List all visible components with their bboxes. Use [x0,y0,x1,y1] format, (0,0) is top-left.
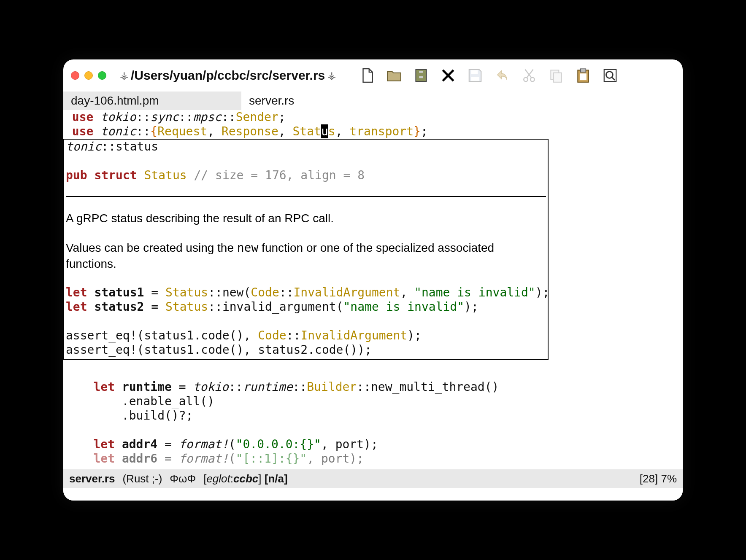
doc-blank-1 [66,154,546,168]
code-line-1: use tokio::sync::mpsc::Sender; [65,110,683,124]
minimize-window-button[interactable] [84,71,93,80]
dired-icon[interactable] [413,67,430,84]
titlebar: ⚶ /Users/yuan/p/ccbc/src/server.rs ⚶ [63,59,683,92]
window-title: ⚶ /Users/yuan/p/ccbc/src/server.rs ⚶ [120,68,336,83]
doc-example-2: let status2 = Status::invalid_argument("… [66,300,546,314]
svg-rect-10 [581,69,586,72]
svg-rect-1 [419,71,424,73]
doc-decl: pub struct Status // size = 176, align =… [66,168,546,183]
tab-server-rs[interactable]: server.rs [241,92,302,110]
doc-paragraph-1: A gRPC status describing the result of a… [66,210,546,226]
close-icon[interactable] [440,67,457,84]
code-line-2: use tonic::{Request, Response, Status, t… [65,124,683,139]
copy-icon[interactable] [548,67,565,84]
paste-icon[interactable] [575,67,592,84]
tab-bar: day-106.html.pm server.rs [63,92,683,110]
code-after-popup: let runtime = tokio::runtime::Builder::n… [65,380,683,466]
code-buffer[interactable]: use tokio::sync::mpsc::Sender; use tonic… [63,110,683,469]
new-file-icon[interactable] [359,67,376,84]
svg-point-5 [524,78,528,82]
modeline-buffer-name: server.rs [69,472,115,485]
svg-point-6 [530,78,535,82]
minibuffer[interactable] [63,488,683,501]
cut-icon[interactable] [521,67,538,84]
traffic-lights [71,71,106,80]
modeline-eglot: [eglot:ccbc] [n/a] [203,472,287,485]
code-runtime: let runtime = tokio::runtime::Builder::n… [65,380,683,394]
close-window-button[interactable] [71,71,79,80]
search-icon[interactable] [602,67,619,84]
modeline-nyan: ΦωΦ [170,472,196,485]
code-enable-all: .enable_all() [65,394,683,409]
doc-example-3: assert_eq!(status1.code(), Code::Invalid… [66,328,546,343]
toolbar [359,67,619,84]
editor-window: ⚶ /Users/yuan/p/ccbc/src/server.rs ⚶ [63,59,683,501]
tab-day-106[interactable]: day-106.html.pm [63,92,241,110]
doc-paragraph-2: Values can be created using the new func… [66,240,546,272]
code-addr6-partial: let addr6 = format!("[::1]:{}", port); [65,452,683,466]
svg-rect-4 [471,77,479,81]
doc-blank-2 [66,314,546,328]
svg-rect-3 [471,70,478,74]
modeline: server.rs (Rust ;-) ΦωΦ [eglot:ccbc] [n/… [63,469,683,488]
undo-icon[interactable] [494,67,511,84]
eldoc-popup: tonic::status pub struct Status // size … [63,139,549,360]
doc-example-4: assert_eq!(status1.code(), status2.code(… [66,343,546,357]
svg-rect-8 [554,73,562,82]
vc-anchor-icon-right: ⚶ [327,70,336,81]
code-build: .build()?; [65,409,683,423]
doc-example-1: let status1 = Status::new(Code::InvalidA… [66,285,546,300]
text-cursor: u [321,124,328,138]
modeline-position: [28] 7% [640,472,677,485]
modeline-major-mode: (Rust ;-) [122,472,162,485]
svg-rect-11 [580,73,587,80]
open-folder-icon[interactable] [386,67,403,84]
file-path: /Users/yuan/p/ccbc/src/server.rs [131,68,325,83]
maximize-window-button[interactable] [98,71,106,80]
code-addr4: let addr4 = format!("0.0.0.0:{}", port); [65,437,683,452]
code-blank [65,423,683,437]
save-icon[interactable] [467,67,484,84]
svg-rect-2 [419,76,424,78]
doc-module-path: tonic::status [66,140,546,154]
vc-anchor-icon-left: ⚶ [120,70,128,81]
doc-separator [66,196,546,197]
